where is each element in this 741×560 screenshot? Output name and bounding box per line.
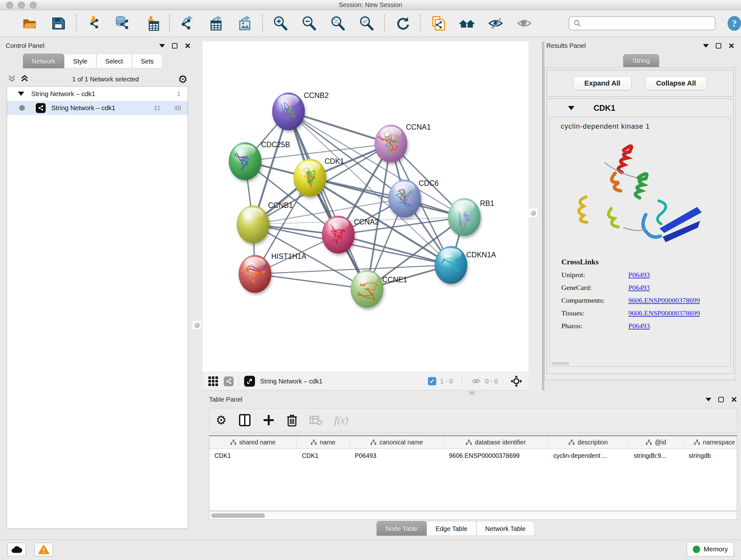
expand-all-button[interactable]: Expand All bbox=[573, 76, 631, 90]
zoom-selected-icon[interactable] bbox=[359, 15, 375, 31]
node-CDC6[interactable] bbox=[388, 180, 421, 217]
tab-select[interactable]: Select bbox=[96, 54, 132, 68]
node-HIST1H1A[interactable] bbox=[239, 255, 271, 293]
tab-edge-table[interactable]: Edge Table bbox=[427, 521, 476, 536]
memory-button[interactable]: Memory bbox=[687, 542, 734, 557]
crosslink-link[interactable]: P06493 bbox=[628, 284, 650, 292]
warnings-button[interactable] bbox=[35, 543, 53, 556]
node-CCNE1[interactable] bbox=[351, 270, 383, 308]
edge-HIST1H1A-CCNE1[interactable] bbox=[255, 274, 367, 289]
documents-share-icon[interactable] bbox=[430, 15, 446, 31]
export-table-icon[interactable] bbox=[208, 15, 224, 31]
network-options-gear-icon[interactable]: ⚙ bbox=[178, 74, 188, 84]
right-splitter[interactable] bbox=[529, 42, 542, 395]
network-canvas[interactable]: CCNB2 CCNA1 CDC25B CDK1 CDC6 RB1 CCNB1 C… bbox=[203, 42, 529, 372]
hide-eye-icon[interactable] bbox=[488, 15, 503, 31]
crosslink-link[interactable]: P06493 bbox=[628, 271, 650, 279]
edge-CCNB2-CCNE1[interactable] bbox=[288, 111, 367, 289]
node-RB1[interactable] bbox=[448, 198, 481, 236]
node-CCNB1[interactable] bbox=[237, 206, 269, 243]
column-header-description[interactable]: description bbox=[548, 436, 629, 449]
collapse-all-icon[interactable] bbox=[8, 74, 16, 84]
network-tree-row-selected[interactable]: String Network – cdk1 11 48 bbox=[7, 101, 188, 115]
node-CDC25B[interactable] bbox=[229, 142, 261, 180]
column-header-namespace[interactable]: namespace bbox=[684, 436, 737, 449]
section-collapse-icon[interactable] bbox=[568, 106, 575, 110]
delete-column-trash-icon[interactable] bbox=[286, 414, 297, 427]
results-scrollbar-thumb[interactable] bbox=[552, 362, 569, 365]
horizontal-splitter[interactable] bbox=[203, 390, 741, 395]
grid-view-icon[interactable] bbox=[208, 376, 218, 386]
network-label: String Network – cdk1 bbox=[51, 104, 116, 112]
tab-string[interactable]: String bbox=[623, 54, 659, 67]
panel-minimize-icon[interactable] bbox=[705, 398, 711, 401]
zoom-out-icon[interactable] bbox=[301, 15, 317, 31]
collapse-all-button[interactable]: Collapse All bbox=[645, 76, 707, 90]
cloud-status-button[interactable] bbox=[7, 543, 26, 556]
homes-icon[interactable] bbox=[459, 15, 475, 31]
network-badge-icon[interactable] bbox=[224, 376, 233, 386]
node-CDK1[interactable] bbox=[293, 159, 326, 197]
refresh-view-icon[interactable] bbox=[394, 15, 410, 31]
node-label-CCNA2: CCNA2 bbox=[354, 218, 379, 226]
table-horizontal-scrollbar[interactable] bbox=[209, 512, 737, 520]
tab-node-table[interactable]: Node Table bbox=[377, 521, 427, 536]
help-button[interactable]: ? bbox=[728, 16, 741, 30]
tab-style[interactable]: Style bbox=[64, 54, 96, 68]
show-columns-icon[interactable] bbox=[239, 414, 251, 427]
import-table-icon[interactable] bbox=[144, 15, 159, 31]
node-CCNA1[interactable] bbox=[375, 125, 407, 163]
panel-float-icon[interactable] bbox=[716, 43, 721, 49]
birdseye-crosshair-icon[interactable] bbox=[510, 375, 523, 388]
crosslink-link[interactable]: 9606.ENSP00000378699 bbox=[628, 309, 700, 317]
node-CCNA2[interactable] bbox=[322, 216, 354, 253]
open-session-icon[interactable] bbox=[22, 15, 38, 31]
horizontal-splitter-handle[interactable] bbox=[469, 391, 475, 395]
column-header--id[interactable]: @id bbox=[629, 436, 684, 449]
network-tree-parent-row[interactable]: String Network – cdk1 1 bbox=[7, 86, 188, 101]
import-database-icon[interactable] bbox=[115, 15, 131, 31]
left-splitter[interactable] bbox=[192, 37, 203, 540]
column-header-shared-name[interactable]: shared name bbox=[209, 436, 297, 449]
left-splitter-handle[interactable] bbox=[193, 321, 201, 329]
tree-expand-icon[interactable] bbox=[18, 91, 24, 96]
panel-close-icon[interactable]: ✕ bbox=[185, 43, 191, 49]
crosslink-link[interactable]: P06493 bbox=[628, 322, 650, 330]
panel-minimize-icon[interactable] bbox=[703, 44, 709, 48]
hidden-eye-icon bbox=[471, 377, 481, 385]
zoom-fit-icon[interactable] bbox=[330, 15, 346, 31]
show-eye-icon[interactable] bbox=[516, 15, 532, 31]
scrollbar-thumb[interactable] bbox=[211, 513, 265, 518]
export-network-icon[interactable] bbox=[179, 15, 195, 31]
zoom-in-icon[interactable] bbox=[273, 15, 288, 31]
node-CDKN1A[interactable] bbox=[434, 246, 467, 284]
tab-network-table[interactable]: Network Table bbox=[476, 521, 535, 536]
column-header-name[interactable]: name bbox=[297, 436, 350, 449]
right-splitter-handle[interactable] bbox=[529, 209, 537, 217]
panel-close-icon[interactable]: ✕ bbox=[728, 43, 735, 49]
node-label-CCNE1: CCNE1 bbox=[382, 275, 407, 284]
save-session-icon[interactable] bbox=[51, 15, 66, 31]
import-network-icon[interactable] bbox=[86, 15, 102, 31]
column-header-database-identifier[interactable]: database identifier bbox=[444, 436, 548, 449]
expand-all-icon[interactable] bbox=[20, 74, 29, 84]
add-column-icon[interactable] bbox=[263, 415, 274, 426]
search-box[interactable] bbox=[569, 16, 716, 30]
tab-sets[interactable]: Sets bbox=[132, 54, 162, 68]
detach-view-icon[interactable] bbox=[244, 376, 255, 387]
window-title: Session: New Session bbox=[0, 1, 741, 9]
selected-checkbox-icon[interactable]: ✓ bbox=[428, 377, 436, 385]
panel-minimize-icon[interactable] bbox=[159, 44, 165, 48]
panel-float-icon[interactable] bbox=[172, 43, 178, 49]
tab-network[interactable]: Network bbox=[23, 54, 64, 68]
export-image-icon[interactable] bbox=[237, 15, 253, 31]
node-CCNB2[interactable] bbox=[272, 92, 305, 130]
results-panel-divider bbox=[542, 42, 544, 395]
table-options-gear-icon[interactable]: ⚙ bbox=[216, 415, 226, 426]
table-row[interactable]: CDK1CDK1P064939606.ENSP00000378699cyclin… bbox=[209, 449, 737, 462]
panel-close-icon[interactable]: ✕ bbox=[731, 397, 737, 402]
column-header-canonical-name[interactable]: canonical name bbox=[350, 436, 444, 449]
search-input[interactable] bbox=[584, 20, 715, 27]
crosslink-link[interactable]: 9606.ENSP00000378699 bbox=[628, 296, 700, 305]
panel-float-icon[interactable] bbox=[718, 397, 724, 402]
